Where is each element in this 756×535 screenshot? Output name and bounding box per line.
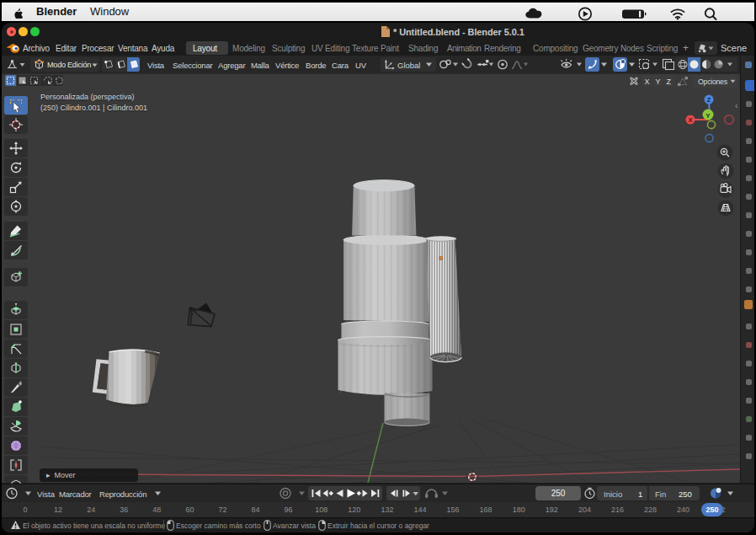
svg-text:Y: Y bbox=[705, 112, 711, 120]
svg-text:X: X bbox=[688, 116, 692, 124]
svg-text:Z: Z bbox=[707, 96, 711, 104]
